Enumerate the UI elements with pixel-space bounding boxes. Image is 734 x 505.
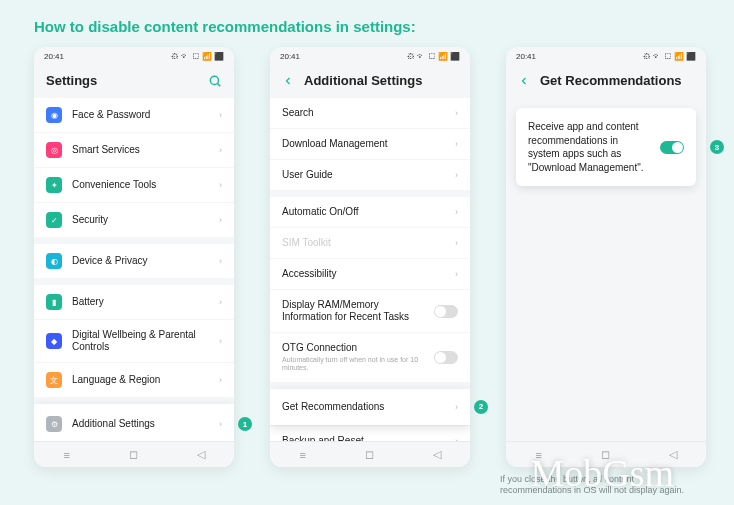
row-icon: 文 [46, 372, 62, 388]
settings-row-smart-services[interactable]: ◎Smart Services› [34, 132, 234, 167]
recommendations-panel: Receive app and content recommendations … [506, 98, 706, 441]
svg-point-0 [210, 76, 218, 84]
row-icon: ◉ [46, 107, 62, 123]
row-label: Search [282, 107, 445, 119]
get-recommendations-title: Get Recommendations [540, 73, 694, 88]
phone3-wrap: 20:41 ⚙ ᯤ ⬚ 📶 ⬛ Get Recommendations Rece… [506, 47, 706, 467]
statusbar: 20:41 ⚙ ᯤ ⬚ 📶 ⬛ [506, 47, 706, 65]
settings-title: Settings [46, 73, 198, 88]
row-icon: ✦ [46, 177, 62, 193]
page-title: How to disable content recommendations i… [0, 0, 734, 47]
row-toggle[interactable] [434, 305, 458, 318]
row-label: Language & Region [72, 374, 209, 386]
row-label: Additional Settings [72, 418, 209, 430]
status-time: 20:41 [280, 52, 300, 61]
search-icon[interactable] [208, 74, 222, 88]
additional-settings-list: Search›Download Management›User Guide›Au… [270, 98, 470, 441]
settings-row-battery[interactable]: ▮Battery› [34, 285, 234, 319]
row-sublabel: Automatically turn off when not in use f… [282, 356, 424, 373]
step-badge-3: 3 [710, 140, 724, 154]
row-label: Accessibility [282, 268, 445, 280]
row-icon: ✓ [46, 212, 62, 228]
nav-menu-icon[interactable]: ≡ [63, 449, 69, 461]
chevron-right-icon: › [219, 110, 222, 120]
statusbar: 20:41 ⚙ ᯤ ⬚ 📶 ⬛ [270, 47, 470, 65]
nav-menu-icon[interactable]: ≡ [535, 449, 541, 461]
row-label: Device & Privacy [72, 255, 209, 267]
addsettings-row-display-ram-memory-information-for-recent-tasks[interactable]: Display RAM/Memory Information for Recen… [270, 289, 470, 332]
chevron-right-icon: › [455, 108, 458, 118]
status-icons: ⚙ ᯤ ⬚ 📶 ⬛ [643, 52, 696, 61]
recommendations-card: Receive app and content recommendations … [516, 108, 696, 186]
chevron-right-icon: › [455, 170, 458, 180]
addsettings-row-search[interactable]: Search› [270, 98, 470, 128]
svg-line-1 [218, 83, 221, 86]
nav-back-icon[interactable]: ◁ [669, 448, 677, 461]
settings-list: ◉Face & Password›◎Smart Services›✦Conven… [34, 98, 234, 441]
nav-home-icon[interactable]: ◻ [601, 448, 610, 461]
row-icon: ◐ [46, 253, 62, 269]
header: Additional Settings [270, 65, 470, 98]
addsettings-row-download-management[interactable]: Download Management› [270, 128, 470, 159]
nav-home-icon[interactable]: ◻ [129, 448, 138, 461]
settings-row-face-password[interactable]: ◉Face & Password› [34, 98, 234, 132]
row-label: Battery [72, 296, 209, 308]
status-icons: ⚙ ᯤ ⬚ 📶 ⬛ [407, 52, 460, 61]
chevron-right-icon: › [219, 375, 222, 385]
addsettings-row-automatic-on-off[interactable]: Automatic On/Off› [270, 197, 470, 227]
settings-row-device-privacy[interactable]: ◐Device & Privacy› [34, 244, 234, 278]
row-label: Security [72, 214, 209, 226]
row-label: OTG ConnectionAutomatically turn off whe… [282, 342, 424, 373]
chevron-right-icon: › [219, 180, 222, 190]
settings-row-convenience-tools[interactable]: ✦Convenience Tools› [34, 167, 234, 202]
settings-row-language-region[interactable]: 文Language & Region› [34, 362, 234, 397]
addsettings-row-user-guide[interactable]: User Guide› [270, 159, 470, 190]
chevron-right-icon: › [455, 139, 458, 149]
recommendations-desc: Receive app and content recommendations … [528, 120, 650, 174]
chevron-right-icon: › [219, 215, 222, 225]
row-icon: ◎ [46, 142, 62, 158]
row-label: Face & Password [72, 109, 209, 121]
recommendations-toggle[interactable] [660, 141, 684, 154]
addsettings-row-accessibility[interactable]: Accessibility› [270, 258, 470, 289]
nav-back-icon[interactable]: ◁ [197, 448, 205, 461]
chevron-right-icon: › [455, 402, 458, 412]
chevron-right-icon: › [219, 297, 222, 307]
back-icon[interactable] [282, 75, 294, 87]
chevron-right-icon: › [455, 269, 458, 279]
row-toggle[interactable] [434, 351, 458, 364]
phones-row: 20:41 ⚙ ᯤ ⬚ 📶 ⬛ Settings ◉Face & Passwor… [0, 47, 734, 467]
chevron-right-icon: › [455, 238, 458, 248]
back-icon[interactable] [518, 75, 530, 87]
row-label: Backup and Reset [282, 435, 445, 441]
settings-row-additional-settings[interactable]: ⚙Additional Settings› [34, 404, 234, 441]
nav-menu-icon[interactable]: ≡ [299, 449, 305, 461]
row-label: Convenience Tools [72, 179, 209, 191]
addsettings-row-backup-and-reset[interactable]: Backup and Reset› [270, 425, 470, 441]
nav-home-icon[interactable]: ◻ [365, 448, 374, 461]
addsettings-row-get-recommendations[interactable]: Get Recommendations› [270, 389, 470, 425]
status-time: 20:41 [516, 52, 536, 61]
chevron-right-icon: › [219, 419, 222, 429]
android-navbar: ≡ ◻ ◁ [270, 441, 470, 467]
nav-back-icon[interactable]: ◁ [433, 448, 441, 461]
status-time: 20:41 [44, 52, 64, 61]
phone2: 20:41 ⚙ ᯤ ⬚ 📶 ⬛ Additional Settings Sear… [270, 47, 470, 467]
footer-note: If you close the button, all content rec… [500, 474, 700, 497]
chevron-right-icon: › [219, 256, 222, 266]
addsettings-row-otg-connection[interactable]: OTG ConnectionAutomatically turn off whe… [270, 332, 470, 382]
chevron-right-icon: › [219, 145, 222, 155]
row-label: Display RAM/Memory Information for Recen… [282, 299, 424, 323]
settings-row-security[interactable]: ✓Security› [34, 202, 234, 237]
phone3: 20:41 ⚙ ᯤ ⬚ 📶 ⬛ Get Recommendations Rece… [506, 47, 706, 467]
statusbar: 20:41 ⚙ ᯤ ⬚ 📶 ⬛ [34, 47, 234, 65]
row-label: Download Management [282, 138, 445, 150]
row-icon: ◆ [46, 333, 62, 349]
android-navbar: ≡ ◻ ◁ [34, 441, 234, 467]
chevron-right-icon: › [219, 336, 222, 346]
row-label: SIM Toolkit [282, 237, 445, 249]
settings-row-digital-wellbeing-parental-controls[interactable]: ◆Digital Wellbeing & Parental Controls› [34, 319, 234, 362]
phone2-wrap: 20:41 ⚙ ᯤ ⬚ 📶 ⬛ Additional Settings Sear… [270, 47, 470, 467]
header: Settings [34, 65, 234, 98]
row-label: Digital Wellbeing & Parental Controls [72, 329, 209, 353]
